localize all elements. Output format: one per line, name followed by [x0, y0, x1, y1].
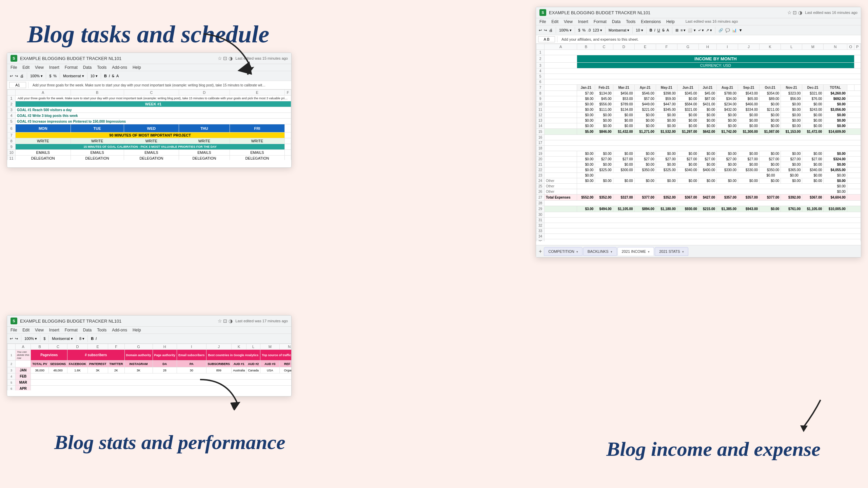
income-align[interactable]: ≡ ▾ — [680, 28, 686, 33]
income-row-12: 12 — [536, 113, 545, 118]
stats-aud1: AUD #1 — [232, 361, 246, 367]
income-11-extra — [847, 107, 861, 113]
tab-backlinks[interactable]: BACKLINKS ▾ — [583, 247, 617, 256]
income-rotate[interactable]: ↗ ▾ — [706, 28, 712, 33]
stats-menu-tools[interactable]: Tools — [97, 328, 106, 332]
income-menu-edit[interactable]: Edit — [551, 19, 558, 24]
menu-data[interactable]: Data — [83, 65, 92, 70]
add-sheet-button[interactable]: + — [539, 248, 542, 255]
toolbar-bold[interactable]: B — [104, 74, 107, 78]
menu-file[interactable]: File — [11, 65, 17, 70]
stats-fontsize[interactable]: 8 ▾ — [79, 337, 84, 341]
income-col-m: M — [802, 44, 824, 50]
income-15-i: $1,742.00 — [717, 129, 738, 135]
income-menu-file[interactable]: File — [539, 19, 546, 24]
stats-menu-help[interactable]: Help — [133, 328, 141, 332]
income-decimal[interactable]: .0 — [588, 28, 591, 32]
income-italic[interactable]: I — [654, 28, 655, 32]
income-menu-help[interactable]: Help — [666, 19, 675, 24]
income-27-j: $357.00 — [738, 195, 760, 201]
income-menu-tools[interactable]: Tools — [626, 19, 635, 24]
income-chart[interactable]: 📊 — [732, 28, 737, 33]
tab-competition[interactable]: COMPETITION ▾ — [544, 247, 582, 256]
income-valign[interactable]: ⬜ ▾ — [688, 28, 695, 33]
stats-menu-format[interactable]: Format — [65, 328, 78, 332]
toolbar-italic[interactable]: I — [109, 74, 110, 78]
income-underline[interactable]: U — [657, 28, 660, 32]
toolbar-zoom[interactable]: 100% ▾ — [30, 74, 43, 78]
tab-2021-stats[interactable]: 2021 STATS ▾ — [655, 247, 688, 256]
income-percent[interactable]: % — [582, 28, 586, 32]
income-zoom[interactable]: 100% ▾ — [559, 28, 572, 33]
stats-col-j: J — [206, 344, 232, 350]
income-filter[interactable]: ▼ — [739, 28, 743, 32]
income-menu-format[interactable]: Format — [594, 19, 607, 24]
stats-zoom[interactable]: 100% ▾ — [24, 337, 37, 341]
stats-menu-addons[interactable]: Add-ons — [112, 328, 127, 332]
income-15-a — [545, 129, 577, 135]
menu-view[interactable]: View — [35, 65, 44, 70]
income-15-j: $1,300.00 — [738, 129, 760, 135]
menu-format[interactable]: Format — [65, 65, 78, 70]
menu-tools[interactable]: Tools — [97, 65, 106, 70]
income-22-h: $400.00 — [698, 167, 716, 173]
income-21-a — [545, 162, 577, 167]
income-menu-extensions[interactable]: Extensions — [641, 19, 661, 24]
menu-help[interactable]: Help — [133, 65, 141, 70]
menu-edit[interactable]: Edit — [22, 65, 29, 70]
income-decimal2[interactable]: 123 ▾ — [593, 28, 602, 33]
income-link[interactable]: 🔗 — [718, 28, 723, 33]
income-comment[interactable]: 💬 — [725, 28, 730, 33]
cell-reference[interactable]: A1 — [9, 82, 26, 88]
income-wrap[interactable]: ⤶ ▾ — [698, 28, 704, 33]
income-row-1: 1 — [536, 50, 545, 55]
stats-menu-edit[interactable]: Edit — [22, 328, 29, 332]
income-cell-ref[interactable]: A B — [538, 36, 555, 42]
income-dollar[interactable]: $ — [578, 28, 580, 32]
stats-bold[interactable]: B — [91, 337, 94, 341]
stats-currency[interactable]: $ — [43, 337, 45, 341]
toolbar-undo[interactable]: ↩ — [10, 74, 13, 78]
income-menu-insert[interactable]: Insert — [578, 19, 588, 24]
stats-menu-file[interactable]: File — [11, 328, 17, 332]
income-spreadsheet-window: S EXAMPLE BLOGGING BUDGET TRACKER NL101 … — [536, 7, 861, 258]
toolbar-print[interactable]: 🖨 — [20, 74, 24, 78]
menu-addons[interactable]: Add-ons — [112, 65, 127, 70]
income-8-k: $354.00 — [760, 91, 781, 96]
income-menu-data[interactable]: Data — [612, 19, 620, 24]
stats-menu-view[interactable]: View — [35, 328, 44, 332]
toolbar-color[interactable]: A — [116, 74, 119, 78]
formula-input[interactable]: Add your three goals for the week. Make … — [31, 83, 268, 88]
income-strikethrough-btn[interactable]: S̶ — [662, 28, 665, 33]
empty-11 — [285, 156, 291, 160]
income-bold[interactable]: B — [650, 28, 652, 32]
stats-col-header — [7, 344, 16, 350]
stats-menu-insert[interactable]: Insert — [49, 328, 59, 332]
income-15-d: $1,432.00 — [613, 129, 634, 135]
toolbar-currency[interactable]: $ — [49, 74, 51, 78]
income-menu-view[interactable]: View — [564, 19, 573, 24]
income-21-h: $0.00 — [698, 162, 716, 167]
income-19-extra — [847, 151, 861, 157]
stats-redo[interactable]: ↪ — [15, 337, 18, 341]
income-print[interactable]: 🖨 — [549, 28, 553, 32]
income-fontsize[interactable]: 10 ▾ — [636, 28, 643, 33]
income-font[interactable]: Montserrat ▾ — [609, 28, 630, 33]
stats-menu-data[interactable]: Data — [83, 328, 92, 332]
menu-insert[interactable]: Insert — [49, 65, 59, 70]
income-formula-input[interactable]: Add your affiliates, and expenses to thi… — [559, 37, 859, 42]
toolbar-strikethrough[interactable]: S̶ — [112, 74, 114, 78]
stats-italic[interactable]: I — [96, 337, 97, 341]
income-9-b: $8.00 — [577, 96, 595, 102]
income-merge[interactable]: ⊞ — [675, 28, 678, 33]
stats-font[interactable]: Montserrat ▾ — [52, 337, 73, 341]
toolbar-percent[interactable]: % — [53, 74, 57, 78]
stats-undo[interactable]: ↩ — [10, 337, 13, 341]
tab-2021-income[interactable]: 2021 INCOME ▾ — [617, 247, 654, 256]
toolbar-redo[interactable]: ↪ — [15, 74, 18, 78]
income-color[interactable]: A — [667, 28, 669, 32]
income-redo[interactable]: ↪ — [544, 28, 547, 33]
toolbar-fontsize[interactable]: 10 ▾ — [91, 74, 98, 78]
income-undo[interactable]: ↩ — [539, 28, 542, 33]
toolbar-font[interactable]: Montserrat ▾ — [63, 74, 84, 78]
